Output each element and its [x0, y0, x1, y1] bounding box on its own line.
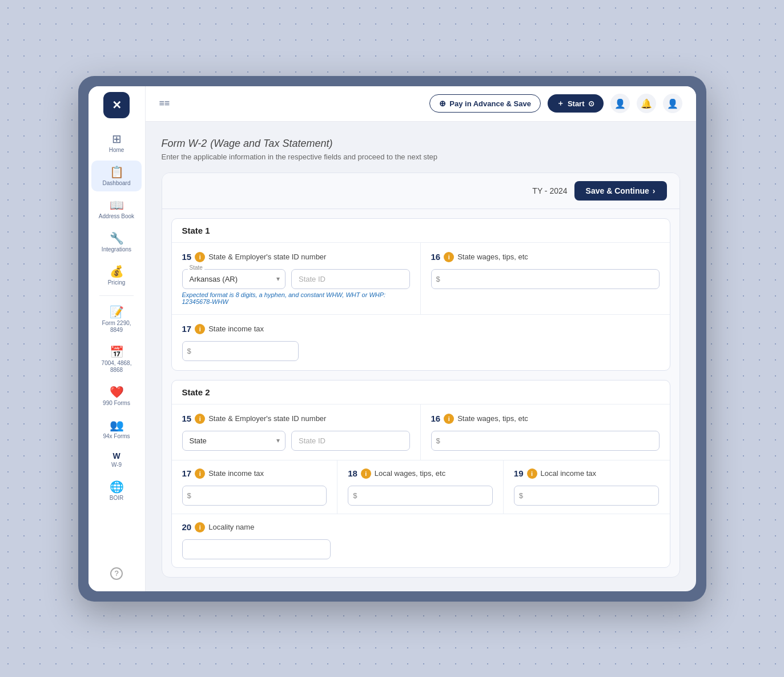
state2-field18-label: 18 i Local wages, tips, etc: [348, 468, 493, 479]
form-subtitle: (Wage and Tax Statement): [210, 138, 332, 149]
state1-section: State 1 15 i State & Employer's state ID…: [171, 218, 670, 371]
field16-text: State wages, tips, etc: [457, 253, 528, 261]
state2-field19-area: 19 i Local income tax $: [504, 460, 670, 514]
state1-state-id-input[interactable]: [291, 269, 410, 289]
sidebar-label-form94x: 94x Forms: [103, 433, 130, 440]
sidebar-item-help[interactable]: ?: [91, 563, 142, 586]
state2-field16-num: 16: [431, 414, 441, 423]
sidebar-label-form2290: Form 2290, 8849: [95, 320, 138, 334]
sidebar-item-home[interactable]: ⊞ Home: [91, 127, 142, 158]
state2-field16-label: 16 i State wages, tips, etc: [431, 414, 660, 424]
state2-state-id-input[interactable]: [291, 431, 410, 451]
sidebar-item-dashboard[interactable]: 📋 Dashboard: [91, 161, 142, 191]
state2-field20-info-icon[interactable]: i: [195, 522, 205, 532]
profile-button[interactable]: 👤: [663, 94, 682, 113]
state2-local-income-input[interactable]: [514, 486, 660, 506]
state1-wages-input-wrapper: $: [431, 269, 660, 289]
save-continue-button[interactable]: Save & Continue ›: [574, 181, 667, 201]
state1-income-tax-input[interactable]: [182, 341, 299, 361]
pay-advance-button[interactable]: ⊕ Pay in Advance & Save: [429, 94, 541, 113]
sidebar-item-address-book[interactable]: 📖 Address Book: [91, 194, 142, 225]
field16-info-icon[interactable]: i: [444, 252, 454, 262]
state2-field15-info-icon[interactable]: i: [195, 414, 205, 424]
field15-info-icon[interactable]: i: [195, 252, 205, 262]
state2-field15-area: 15 i State & Employer's state ID number …: [172, 404, 421, 460]
state2-income-tax-input[interactable]: [182, 486, 327, 506]
sidebar-label-integrations: Integrations: [102, 246, 131, 253]
state2-field20-label: 20 i Locality name: [182, 522, 660, 532]
state2-field18-area: 18 i Local wages, tips, etc $: [337, 460, 504, 514]
sidebar-divider-1: [99, 295, 134, 296]
state1-field17-label: 17 i State income tax: [182, 324, 299, 334]
integrations-icon: 🔧: [110, 231, 124, 245]
state-select-label: State: [188, 265, 204, 271]
state1-field16-label: 16 i State wages, tips, etc: [431, 252, 660, 262]
pricing-icon: 💰: [110, 265, 124, 278]
state2-local-wages-input[interactable]: [348, 486, 493, 506]
start-label: Start: [568, 99, 585, 108]
start-button[interactable]: ＋ Start ⊙: [548, 94, 604, 113]
sidebar-item-form2290[interactable]: 📝 Form 2290, 8849: [91, 301, 142, 338]
sidebar-item-form94x[interactable]: 👥 94x Forms: [91, 414, 142, 444]
sidebar-label-home: Home: [109, 147, 124, 154]
state2-field19-text: Local income tax: [541, 469, 597, 478]
state2-field19-info-icon[interactable]: i: [527, 468, 537, 479]
field17-text: State income tax: [208, 325, 264, 333]
state2-wages-wrapper: $: [431, 431, 660, 451]
state2-field20-num: 20: [182, 522, 192, 532]
address-book-icon: 📖: [110, 198, 124, 212]
pay-advance-label: Pay in Advance & Save: [449, 99, 531, 108]
form990-icon: ❤️: [110, 385, 124, 399]
state2-field18-info-icon[interactable]: i: [361, 468, 371, 479]
state2-wages-input[interactable]: [431, 431, 660, 451]
state2-field17-num: 17: [182, 468, 192, 478]
sidebar-item-boir[interactable]: 🌐 BOIR: [91, 475, 142, 506]
state2-field19-num: 19: [514, 468, 524, 478]
state2-local-income-wrapper: $: [514, 486, 660, 506]
state2-income-tax-wrapper: $: [182, 486, 327, 506]
app-header: ≡≡ ⊕ Pay in Advance & Save ＋ Start ⊙ 👤 🔔: [146, 86, 696, 122]
notifications-button[interactable]: 🔔: [637, 94, 656, 113]
menu-toggle-icon[interactable]: ≡≡: [159, 98, 170, 108]
arrow-right-icon: ›: [653, 186, 656, 195]
state2-section: State 2 15 i State & Employer's state ID…: [171, 380, 670, 568]
state1-wages-input[interactable]: [431, 269, 660, 289]
state2-field16-info-icon[interactable]: i: [444, 414, 454, 424]
contacts-button[interactable]: 👤: [610, 94, 630, 113]
state2-state-select[interactable]: State Alabama (AL) Arkansas (AR) Califor…: [182, 431, 286, 451]
sidebar-item-w9[interactable]: W W-9: [91, 447, 142, 473]
state2-field15-label: 15 i State & Employer's state ID number: [182, 414, 410, 424]
sidebar-item-pricing[interactable]: 💰 Pricing: [91, 260, 142, 291]
field16-num: 16: [431, 252, 441, 262]
field17-num: 17: [182, 324, 192, 334]
state2-field18-text: Local wages, tips, etc: [375, 469, 445, 478]
state1-state-select[interactable]: Arkansas (AR) Alabama (AL) Alaska (AK) A…: [182, 269, 286, 289]
home-icon: ⊞: [112, 132, 122, 146]
state2-state-select-wrapper: State Alabama (AL) Arkansas (AR) Califor…: [182, 431, 286, 451]
contacts-icon: 👤: [614, 98, 626, 109]
state1-field15-area: 15 i State & Employer's state ID number …: [172, 243, 421, 314]
sidebar-item-form7004[interactable]: 📅 7004, 4868, 8868: [91, 340, 142, 378]
state2-field20-area: 20 i Locality name: [172, 514, 670, 567]
state2-field17-info-icon[interactable]: i: [195, 468, 205, 479]
sidebar: ✕ ⊞ Home 📋 Dashboard 📖 Address Book 🔧 In…: [89, 86, 146, 591]
state1-field17-area: 17 i State income tax $: [182, 324, 299, 361]
state1-format-hint: Expected format is 8 digits, a hyphen, a…: [182, 291, 410, 305]
state2-input-group: State Alabama (AL) Arkansas (AR) Califor…: [182, 431, 410, 451]
app-logo[interactable]: ✕: [103, 92, 130, 118]
dashboard-icon: 📋: [110, 165, 124, 179]
sidebar-item-integrations[interactable]: 🔧 Integrations: [91, 227, 142, 258]
form7004-icon: 📅: [110, 345, 124, 359]
field15-num: 15: [182, 252, 192, 262]
field17-info-icon[interactable]: i: [195, 324, 205, 334]
state2-locality-input[interactable]: [182, 539, 331, 559]
state2-field17-label: 17 i State income tax: [182, 468, 327, 479]
form-card: TY - 2024 Save & Continue › State 1: [162, 173, 680, 578]
state2-local-wages-wrapper: $: [348, 486, 493, 506]
state2-header: State 2: [172, 380, 670, 404]
form-title: Form W-2: [162, 138, 207, 149]
header-left: ≡≡: [159, 98, 170, 109]
state2-row1: 15 i State & Employer's state ID number …: [172, 404, 670, 460]
sidebar-item-form990[interactable]: ❤️ 990 Forms: [91, 380, 142, 411]
sidebar-label-form7004: 7004, 4868, 8868: [95, 360, 138, 374]
